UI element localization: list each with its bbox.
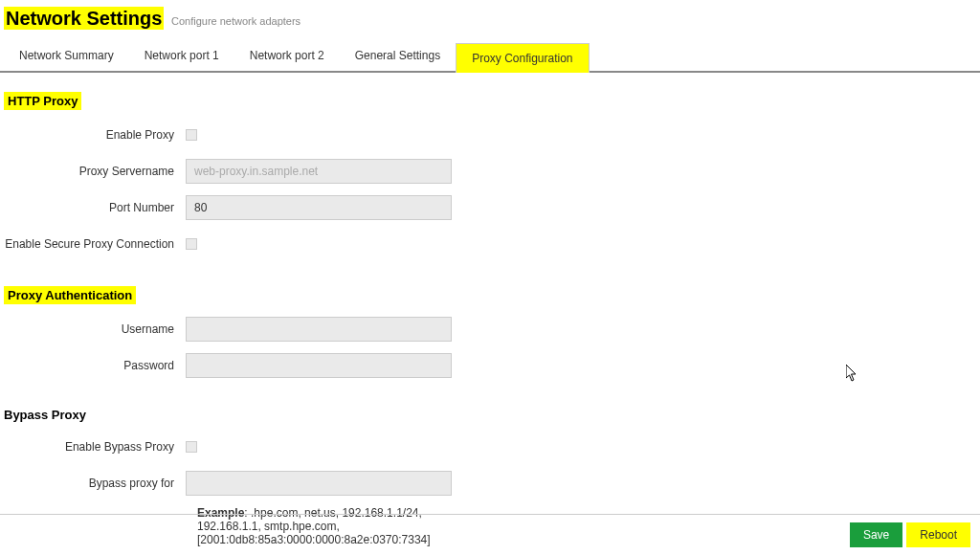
tab-proxy-configuration[interactable]: Proxy Configuration bbox=[456, 43, 589, 73]
enable-bypass-proxy-checkbox[interactable] bbox=[186, 441, 197, 453]
proxy-servername-label: Proxy Servername bbox=[4, 165, 186, 178]
tab-network-port-2[interactable]: Network port 2 bbox=[234, 41, 340, 71]
enable-proxy-checkbox[interactable] bbox=[186, 129, 197, 141]
enable-bypass-proxy-label: Enable Bypass Proxy bbox=[4, 440, 186, 454]
page-subtitle: Configure network adapters bbox=[171, 15, 301, 27]
enable-secure-proxy-label: Enable Secure Proxy Connection bbox=[4, 237, 186, 251]
bypass-proxy-for-input[interactable] bbox=[186, 471, 452, 496]
tab-network-summary[interactable]: Network Summary bbox=[4, 41, 129, 71]
page-title: Network Settings bbox=[4, 7, 164, 30]
tab-general-settings[interactable]: General Settings bbox=[340, 41, 456, 71]
section-http-proxy-title: HTTP Proxy bbox=[4, 92, 81, 110]
bypass-proxy-for-label: Bypass proxy for bbox=[4, 477, 186, 490]
enable-proxy-label: Enable Proxy bbox=[4, 128, 186, 142]
save-button[interactable]: Save bbox=[850, 522, 902, 547]
port-number-input[interactable] bbox=[186, 195, 452, 220]
username-label: Username bbox=[4, 322, 186, 336]
reboot-button[interactable]: Reboot bbox=[906, 522, 970, 547]
enable-secure-proxy-checkbox[interactable] bbox=[186, 238, 197, 250]
section-bypass-proxy-title: Bypass Proxy bbox=[4, 408, 976, 422]
bypass-example-text: Example: .hpe.com, net.us, 192.168.1.1/2… bbox=[197, 506, 484, 546]
tabs-bar: Network Summary Network port 1 Network p… bbox=[0, 33, 980, 73]
password-label: Password bbox=[4, 359, 186, 372]
proxy-servername-input[interactable] bbox=[186, 159, 452, 184]
username-input[interactable] bbox=[186, 317, 452, 342]
section-proxy-auth-title: Proxy Authentication bbox=[4, 286, 136, 304]
password-input[interactable] bbox=[186, 353, 452, 378]
footer-divider bbox=[0, 514, 980, 515]
port-number-label: Port Number bbox=[4, 201, 186, 214]
footer-buttons: Save Reboot bbox=[850, 522, 970, 547]
tab-network-port-1[interactable]: Network port 1 bbox=[129, 41, 234, 71]
bypass-example-label: Example bbox=[197, 506, 244, 520]
